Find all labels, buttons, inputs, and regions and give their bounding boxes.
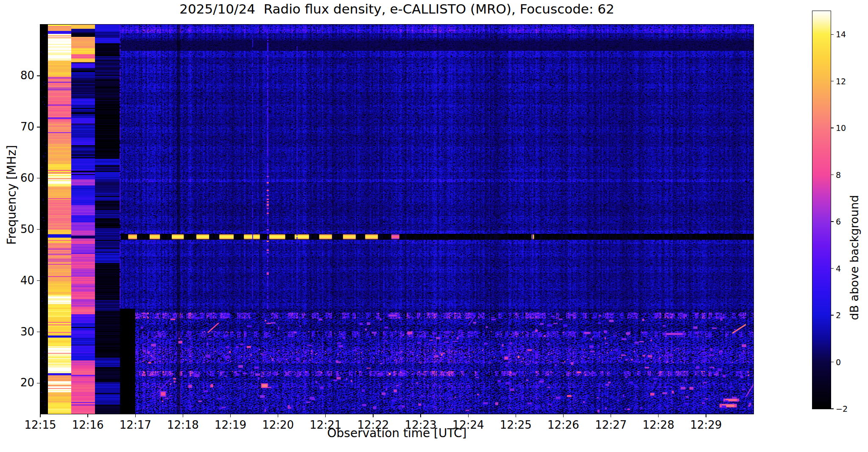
x-tick-mark [468,414,469,417]
y-tick-mark [37,383,40,383]
colorbar-gradient [812,11,831,409]
colorbar-tick-mark [831,175,834,175]
colorbar-tick-mark [831,34,834,35]
x-tick-mark [278,414,278,417]
y-tick-label: 80 [6,69,34,82]
colorbar-label: dB above background [848,195,861,320]
y-tick-mark [37,127,40,127]
colorbar-tick-label: 0 [836,358,861,367]
colorbar-tick-mark [831,81,834,81]
y-tick-mark [37,229,40,230]
colorbar-tick-label: 8 [836,170,861,180]
colorbar-tick-mark [831,362,834,362]
colorbar-tick-mark [831,221,834,222]
x-tick-mark [183,414,183,417]
y-tick-label: 70 [6,120,34,133]
plot-area [40,24,754,414]
x-tick-mark [658,414,659,417]
x-tick-mark [420,414,421,417]
spectrogram-canvas [40,25,754,414]
y-tick-mark [37,178,40,178]
x-tick-mark [611,414,611,417]
colorbar-tick-mark [831,408,834,409]
colorbar-tick-mark [831,268,834,269]
y-tick-label: 50 [6,223,34,236]
x-tick-mark [325,414,326,417]
y-tick-label: 20 [6,376,34,389]
colorbar-tick-label: 10 [836,123,861,133]
colorbar-tick-label: 12 [836,77,861,86]
colorbar-tick-label: −2 [836,404,861,413]
x-tick-mark [135,414,136,417]
x-axis-label: Observation time [UTC] [40,426,754,440]
y-tick-label: 60 [6,172,34,184]
x-tick-mark [373,414,373,417]
colorbar [812,11,831,409]
x-tick-mark [516,414,516,417]
x-tick-mark [40,414,40,417]
spectrogram-figure: 2025/10/24 Radio flux density, e-CALLIST… [0,0,868,452]
colorbar-tick-mark [831,128,834,128]
y-tick-label: 30 [6,325,34,338]
y-tick-label: 40 [6,274,34,287]
x-tick-mark [563,414,564,417]
y-tick-mark [37,75,40,76]
y-tick-mark [37,332,40,332]
y-tick-mark [37,280,40,281]
x-tick-mark [87,414,88,417]
plot-title: 2025/10/24 Radio flux density, e-CALLIST… [40,1,754,17]
colorbar-tick-mark [831,315,834,315]
colorbar-tick-label: 14 [836,30,861,39]
x-tick-mark [706,414,706,417]
x-tick-mark [230,414,231,417]
